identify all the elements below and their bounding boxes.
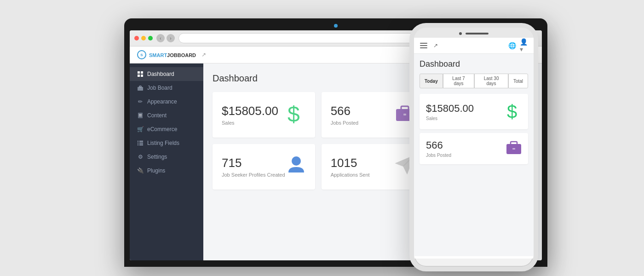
- phone-wrapper: ↗ 🌐 👤▾ Dashboard Today Last 7 days Last …: [409, 23, 547, 276]
- phone-header: ↗ 🌐 👤▾: [414, 38, 534, 54]
- close-button[interactable]: [134, 36, 139, 40]
- stat-value-jobseeker: 715: [222, 156, 285, 170]
- logo-text: SMARTJOBBOARD: [149, 52, 196, 58]
- svg-rect-12: [139, 143, 143, 144]
- phone-header-left: ↗: [420, 41, 440, 50]
- logo-icon: S: [137, 50, 146, 59]
- svg-rect-17: [401, 106, 408, 110]
- svg-rect-2: [138, 75, 140, 77]
- phone-speaker: [466, 33, 489, 34]
- sidebar-item-appearance[interactable]: ✏ Appearance: [130, 95, 203, 109]
- svg-rect-25: [420, 47, 427, 48]
- svg-text:$: $: [288, 102, 300, 124]
- logo-job: JOB: [167, 52, 178, 58]
- sidebar-item-content[interactable]: Content: [130, 109, 203, 122]
- file-icon: [137, 112, 144, 119]
- phone-screen: ↗ 🌐 👤▾ Dashboard Today Last 7 days Last …: [414, 38, 534, 259]
- phone-stat-card-jobs: 566 Jobs Posted: [420, 133, 528, 164]
- back-button[interactable]: ‹: [156, 34, 165, 42]
- phone-header-right: 🌐 👤▾: [508, 41, 528, 50]
- svg-rect-28: [511, 142, 517, 145]
- phone-stat-info-jobs: 566 Jobs Posted: [426, 139, 451, 158]
- laptop-wrapper: ‹ › 🔍 ⤢ S SMARTJOBBOARD ↗: [97, 5, 547, 271]
- logo-board: BOARD: [178, 52, 196, 58]
- phone-stat-label-sales: Sales: [426, 116, 474, 121]
- svg-text:$: $: [507, 101, 517, 120]
- stat-card-sales: $15805.00 Sales $: [213, 92, 315, 138]
- user-icon: [287, 155, 306, 178]
- phone-stat-label-jobs: Jobs Posted: [426, 153, 451, 158]
- grid-icon: [137, 71, 144, 77]
- phone-briefcase-icon: [506, 140, 522, 157]
- svg-rect-9: [138, 141, 138, 142]
- phone-filter-today[interactable]: Today: [420, 74, 443, 88]
- phone-external-link-icon[interactable]: ↗: [431, 41, 440, 50]
- phone-content: Dashboard Today Last 7 days Last 30 days…: [414, 54, 534, 256]
- external-link-icon[interactable]: ↗: [201, 52, 206, 58]
- sidebar-item-label: Appearance: [147, 98, 177, 105]
- svg-rect-29: [512, 148, 515, 150]
- svg-rect-1: [141, 71, 143, 74]
- hamburger-icon[interactable]: [420, 41, 428, 50]
- sidebar-item-label: Plugins: [147, 167, 165, 174]
- phone-filter-30days[interactable]: Last 30 days: [474, 74, 508, 88]
- plug-icon: 🔌: [137, 167, 144, 174]
- svg-rect-3: [141, 75, 143, 77]
- stat-label-jobseeker: Job Seeker Profiles Created: [222, 172, 285, 178]
- sidebar-item-listing-fields[interactable]: Listing Fields: [130, 136, 203, 150]
- stat-value-jobs: 566: [331, 104, 359, 118]
- svg-rect-0: [138, 71, 140, 74]
- phone-globe-icon[interactable]: 🌐: [508, 41, 516, 50]
- maximize-button[interactable]: [148, 36, 153, 40]
- phone-filter-total[interactable]: Total: [508, 74, 528, 88]
- sidebar-item-job-board[interactable]: Job Board: [130, 81, 203, 95]
- svg-rect-23: [420, 43, 427, 44]
- svg-rect-18: [403, 114, 406, 115]
- phone-stat-info-sales: $15805.00 Sales: [426, 103, 474, 121]
- svg-rect-13: [138, 144, 138, 145]
- phone-stat-value-jobs: 566: [426, 139, 451, 151]
- sidebar-item-dashboard[interactable]: Dashboard: [130, 67, 203, 81]
- laptop-camera: [334, 24, 338, 28]
- sidebar-item-settings[interactable]: ⚙ Settings: [130, 150, 203, 164]
- app-logo: S SMARTJOBBOARD: [137, 50, 196, 59]
- phone-filter-buttons: Today Last 7 days Last 30 days Total: [420, 74, 528, 88]
- sidebar-item-label: eCommerce: [147, 126, 177, 132]
- stat-label-applications: Applications Sent: [331, 172, 370, 178]
- paint-icon: ✏: [137, 98, 144, 105]
- sidebar-item-label: Content: [147, 112, 167, 119]
- page-title: Dashboard: [213, 73, 258, 84]
- list-icon: [137, 140, 144, 146]
- phone-stat-value-sales: $15805.00: [426, 103, 474, 115]
- phone-camera: [459, 32, 462, 35]
- minimize-button[interactable]: [141, 36, 146, 40]
- svg-rect-14: [139, 144, 143, 145]
- stat-value-sales: $15805.00: [222, 104, 278, 118]
- phone-notch: [414, 28, 534, 38]
- stat-info-applications: 1015 Applications Sent: [331, 156, 370, 178]
- sidebar-item-label: Dashboard: [147, 71, 174, 77]
- phone-stat-card-sales: $15805.00 Sales $: [420, 94, 528, 129]
- stat-card-applications: 1015 Applications Sent: [322, 144, 424, 190]
- stat-info-jobs: 566 Jobs Posted: [331, 104, 359, 126]
- sidebar-item-plugins[interactable]: 🔌 Plugins: [130, 164, 203, 178]
- forward-button[interactable]: ›: [167, 34, 175, 42]
- sidebar-item-label: Job Board: [147, 85, 172, 91]
- phone-filter-7days[interactable]: Last 7 days: [443, 74, 475, 88]
- phone-user-menu[interactable]: 👤▾: [520, 41, 528, 50]
- stat-label-jobs: Jobs Posted: [331, 120, 359, 126]
- sidebar-item-ecommerce[interactable]: 🛒 eCommerce: [130, 122, 203, 136]
- svg-point-20: [292, 156, 301, 166]
- sidebar-item-label: Listing Fields: [147, 140, 179, 146]
- cart-icon: 🛒: [137, 126, 144, 132]
- traffic-lights: [134, 36, 153, 40]
- dollar-icon: $: [288, 101, 306, 128]
- svg-rect-10: [139, 141, 143, 142]
- sidebar: Dashboard Job Board ✏ Appearance: [130, 63, 203, 260]
- sidebar-item-label: Settings: [147, 154, 167, 160]
- stat-info-sales: $15805.00 Sales: [222, 104, 278, 126]
- stat-card-jobseeker: 715 Job Seeker Profiles Created: [213, 144, 315, 190]
- stat-card-jobs: 566 Jobs Posted: [322, 92, 424, 138]
- svg-rect-11: [138, 143, 138, 144]
- phone-page-title: Dashboard: [420, 59, 528, 69]
